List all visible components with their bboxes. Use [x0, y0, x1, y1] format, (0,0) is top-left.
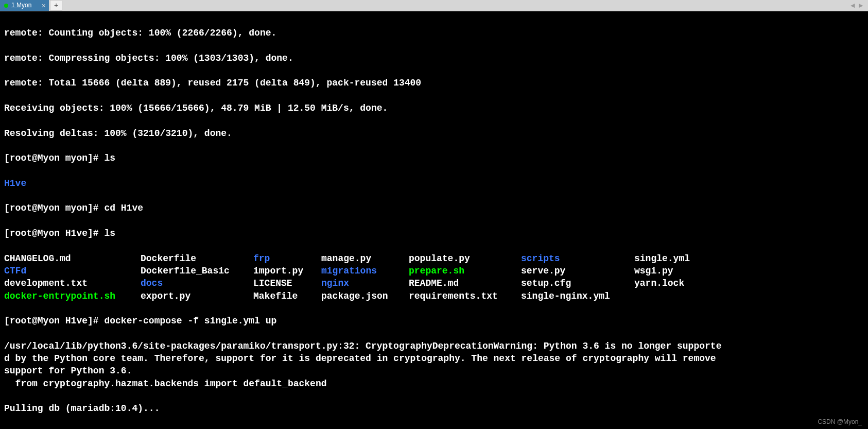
directory: nginx [321, 277, 409, 289]
output-line: Pulling db (mariadb:10.4)... [4, 402, 864, 415]
file: populate.py [409, 252, 521, 265]
directory: frp [253, 252, 321, 265]
tab-nav-arrows: ◀ ▶ [850, 0, 868, 11]
file: LICENSE [253, 277, 321, 289]
terminal[interactable]: remote: Counting objects: 100% (2266/226… [0, 11, 868, 429]
tab-active[interactable]: 1 Myon × [0, 0, 49, 11]
prompt-line: [root@Myon H1ve]# docker-compose -f sing… [4, 315, 864, 327]
prompt: [root@Myon H1ve]# [4, 228, 104, 238]
command: cd H1ve [104, 203, 143, 213]
tab-bar: 1 Myon × + ◀ ▶ [0, 0, 868, 11]
ls-output-grid: CHANGELOG.md Dockerfile frp manage.py po… [4, 252, 864, 302]
executable: docker-entrypoint.sh [4, 290, 141, 302]
file: Dockerfile_Basic [141, 265, 253, 277]
output-line: remote: Total 15666 (delta 889), reused … [4, 77, 864, 89]
command: ls [104, 153, 115, 163]
watermark: CSDN @Myon_ [818, 418, 862, 426]
prompt-line: [root@Myon myon]# cd H1ve [4, 202, 864, 214]
file: manage.py [321, 252, 409, 265]
prompt-line: [root@Myon myon]# ls [4, 152, 864, 164]
prompt: [root@Myon H1ve]# [4, 316, 104, 326]
file: package.json [321, 290, 409, 302]
file: import.py [253, 265, 321, 277]
file: Dockerfile [141, 252, 253, 265]
file: requirements.txt [409, 290, 521, 302]
output-line: remote: Counting objects: 100% (2266/226… [4, 27, 864, 39]
file [634, 290, 864, 302]
new-tab-button[interactable]: + [50, 0, 62, 11]
directory: docs [141, 277, 253, 289]
executable: prepare.sh [409, 265, 521, 277]
file: development.txt [4, 277, 141, 289]
file: single.yml [634, 252, 864, 265]
directory: migrations [321, 265, 409, 277]
chevron-left-icon[interactable]: ◀ [850, 2, 855, 9]
file: CHANGELOG.md [4, 252, 141, 265]
directory: CTFd [4, 265, 141, 277]
file: yarn.lock [634, 277, 864, 289]
file: README.md [409, 277, 521, 289]
prompt: [root@Myon myon]# [4, 203, 104, 213]
output-line: Receiving objects: 100% (15666/15666), 4… [4, 102, 864, 114]
file: single-nginx.yml [521, 290, 634, 302]
file: setup.cfg [521, 277, 634, 289]
file: export.py [141, 290, 253, 302]
connection-status-icon [4, 4, 8, 8]
output-line: remote: Compressing objects: 100% (1303/… [4, 52, 864, 64]
command: docker-compose -f single.yml up [104, 316, 276, 326]
directory: scripts [521, 252, 634, 265]
prompt: [root@Myon myon]# [4, 153, 104, 163]
file: Makefile [253, 290, 321, 302]
output-line: Resolving deltas: 100% (3210/3210), done… [4, 127, 864, 140]
tab-label: 1 Myon [11, 1, 31, 9]
chevron-right-icon[interactable]: ▶ [859, 2, 863, 9]
file: wsgi.py [634, 265, 864, 277]
ls-output: H1ve [4, 177, 864, 190]
file: serve.py [521, 265, 634, 277]
output-line: /usr/local/lib/python3.6/site-packages/p… [4, 340, 864, 390]
close-icon[interactable]: × [42, 2, 46, 9]
prompt-line: [root@Myon H1ve]# ls [4, 227, 864, 239]
command: ls [104, 228, 115, 238]
